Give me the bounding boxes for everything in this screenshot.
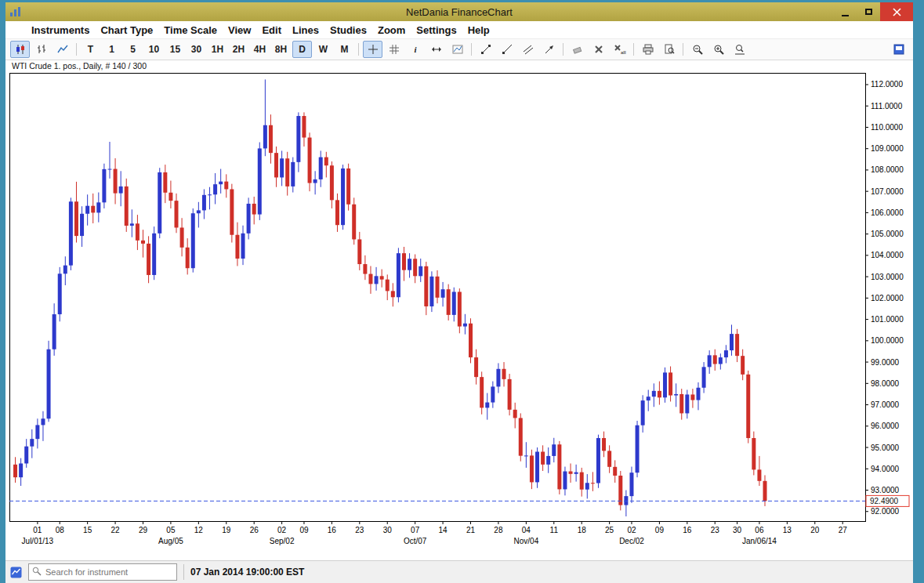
menu-time-scale[interactable]: Time Scale [158,24,223,36]
svg-text:11: 11 [550,526,559,534]
menu-view[interactable]: View [223,24,256,36]
menu-lines[interactable]: Lines [287,24,324,36]
eraser-button[interactable] [567,41,587,58]
svg-text:27: 27 [839,526,848,534]
arrow-line-button[interactable] [539,41,559,58]
svg-text:16: 16 [328,526,337,534]
title-bar[interactable]: NetDania FinanceChart [5,2,913,21]
maximize-icon [865,9,872,15]
timeframe-15-button[interactable]: 15 [165,41,185,58]
candle [397,248,400,302]
menu-zoom[interactable]: Zoom [372,24,411,36]
candle [469,318,473,363]
chart-area[interactable]: WTI Crude 1. pos., Daily, # 140 / 30092.… [5,60,913,560]
search-icon [32,565,42,579]
svg-text:22: 22 [111,526,121,534]
svg-text:06: 06 [755,526,764,534]
svg-text:23: 23 [355,526,364,534]
timeframe-10-button[interactable]: 10 [144,41,164,58]
zoom-in-button[interactable] [708,41,728,58]
instrument-search-box[interactable] [28,563,177,581]
svg-text:94.0000: 94.0000 [871,465,900,473]
menu-instruments[interactable]: Instruments [26,24,95,36]
svg-text:107.0000: 107.0000 [871,187,904,196]
scroll-horizontal-button[interactable] [426,41,446,58]
menu-help[interactable]: Help [462,24,495,36]
overlay-chart-button[interactable] [448,41,467,58]
candle [230,184,234,243]
candle [663,368,667,403]
info-button[interactable]: i [405,41,425,58]
y-axis[interactable]: 92.000093.000094.000095.000096.000097.00… [865,80,904,516]
line-chart-button[interactable] [53,41,72,58]
candle [58,267,62,321]
trendline-button[interactable] [476,41,495,58]
status-bar: 07 Jan 2014 19:00:00 EST [5,560,913,583]
timeframe-5-button[interactable]: 5 [123,41,143,58]
candlestick-chart-button[interactable] [10,41,30,58]
svg-text:16: 16 [683,526,692,534]
print-button[interactable] [638,41,658,58]
last-price-label: 92.4900 [866,495,909,506]
toolbar: T151015301H2H4H8HDWMiall [5,39,913,60]
candle [191,208,195,273]
timeframe-t-button[interactable]: T [81,41,100,58]
candle [508,374,512,415]
minimize-button[interactable] [833,2,857,21]
status-divider [183,564,184,580]
svg-text:99.0000: 99.0000 [871,358,900,367]
timeframe-4h-button[interactable]: 4H [250,41,270,58]
svg-text:Oct/07: Oct/07 [404,537,427,545]
candle [519,413,523,461]
delete-line-button[interactable] [589,41,608,58]
menu-studies[interactable]: Studies [324,24,372,36]
chart-timestamp: 07 Jan 2014 19:00:00 EST [190,567,304,578]
svg-text:103.0000: 103.0000 [871,273,904,281]
maximize-button[interactable] [857,2,880,21]
candle [69,197,73,270]
timeframe-2h-button[interactable]: 2H [229,41,248,58]
candle [308,132,312,191]
timeframe-8h-button[interactable]: 8H [271,41,291,58]
svg-text:25: 25 [605,526,614,534]
svg-text:18: 18 [578,526,587,534]
svg-text:30: 30 [383,526,393,534]
menu-chart-type[interactable]: Chart Type [95,24,158,36]
svg-text:96.0000: 96.0000 [871,422,900,430]
timeframe-m-button[interactable]: M [335,41,354,58]
svg-text:12: 12 [194,526,204,534]
delete-all-lines-button[interactable]: all [610,41,629,58]
grid-button[interactable] [384,41,404,58]
svg-text:Jan/06/14: Jan/06/14 [742,537,777,545]
menu-edit[interactable]: Edit [256,24,287,36]
timeframe-1h-button[interactable]: 1H [208,41,227,58]
ray-line-button[interactable] [497,41,516,58]
toolbar-separator [471,43,472,56]
timeframe-d-button[interactable]: D [292,41,312,58]
zoom-out-button[interactable] [687,41,707,58]
print-preview-button[interactable] [659,41,679,58]
menu-settings[interactable]: Settings [411,24,462,36]
svg-text:106.0000: 106.0000 [871,208,904,217]
close-button[interactable] [880,2,913,21]
toolbar-separator [563,43,563,56]
svg-text:110.0000: 110.0000 [871,123,903,132]
zoom-reset-button[interactable] [730,41,749,58]
price-chart[interactable]: WTI Crude 1. pos., Daily, # 140 / 30092.… [5,60,913,557]
crosshair-button[interactable] [363,41,382,58]
svg-text:09: 09 [655,526,665,534]
svg-text:28: 28 [494,526,503,534]
dock-panel-button[interactable] [889,41,908,58]
channel-lines-button[interactable] [518,41,538,58]
timeframe-w-button[interactable]: W [313,41,333,58]
timeframe-1-button[interactable]: 1 [102,41,121,58]
svg-text:08: 08 [56,526,65,534]
svg-text:i: i [414,45,417,54]
instrument-search-input[interactable] [44,567,173,578]
ohlc-chart-button[interactable] [31,41,51,58]
timeframe-30-button[interactable]: 30 [187,41,206,58]
candle [152,226,156,280]
x-axis[interactable]: 0108152229051219260209162330071421280411… [22,521,848,545]
svg-text:101.0000: 101.0000 [871,315,904,324]
svg-text:19: 19 [222,526,231,534]
